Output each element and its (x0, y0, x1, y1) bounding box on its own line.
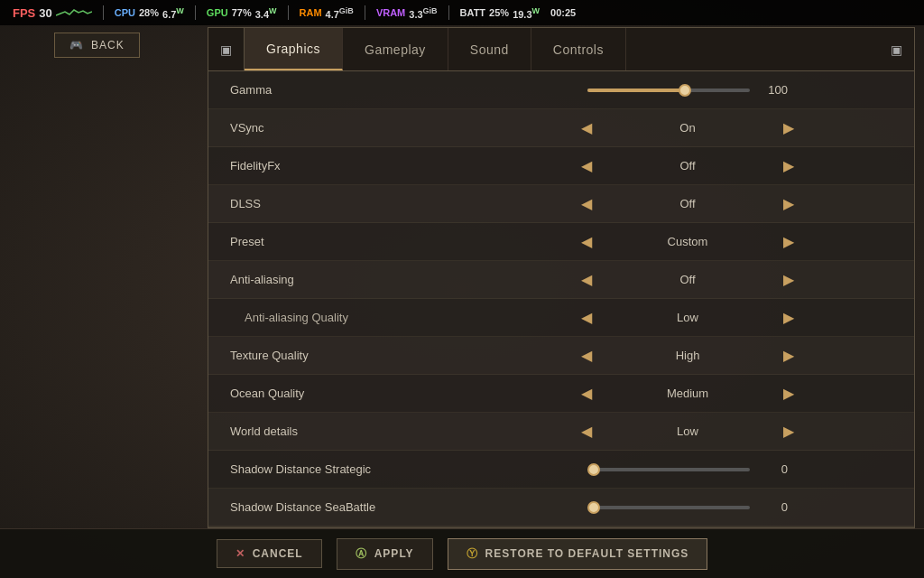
preset-arrow-control: ◀ Custom ▶ (570, 233, 805, 250)
tab-icon-right: ▣ (878, 28, 914, 70)
shadow-strategic-slider-track[interactable] (587, 468, 750, 471)
restore-label: RESTORE TO DEFAULT SETTINGS (485, 547, 689, 560)
texture-quality-control: ◀ High ▶ (479, 347, 896, 364)
dlss-arrow-control: ◀ Off ▶ (570, 195, 805, 212)
aa-quality-arrow-right[interactable]: ▶ (772, 309, 805, 326)
gpu-label: GPU (207, 7, 228, 18)
world-details-arrow-control: ◀ Low ▶ (570, 423, 805, 440)
vsync-arrow-control: ◀ On ▶ (570, 119, 805, 136)
shadow-strategic-label: Shadow Distance Strategic (226, 462, 479, 476)
gamma-control: 100 (479, 83, 896, 97)
texture-quality-arrow-left[interactable]: ◀ (570, 347, 603, 364)
setting-row-shadow-tactics: Shadow Distance Tactics 0 (208, 527, 914, 527)
vsync-arrow-right[interactable]: ▶ (772, 119, 805, 136)
dlss-value: Off (603, 197, 772, 210)
world-details-value: Low (603, 424, 772, 438)
fps-graph (56, 6, 92, 19)
shadow-strategic-slider-container: 0 (479, 462, 896, 476)
dlss-arrow-right[interactable]: ▶ (772, 195, 805, 212)
setting-row-ocean-quality: Ocean Quality ◀ Medium ▶ (208, 375, 914, 413)
setting-row-world-details: World details ◀ Low ▶ (208, 413, 914, 451)
shadow-seabattle-label: Shadow Distance SeaBattle (226, 500, 479, 514)
preset-control: ◀ Custom ▶ (479, 233, 896, 250)
anti-aliasing-arrow-left[interactable]: ◀ (570, 271, 603, 288)
batt-watts: 19.3W (513, 6, 540, 20)
clock: 00:25 (550, 7, 576, 18)
cpu-percent: 28% (139, 7, 159, 18)
tab-gameplay[interactable]: Gameplay (343, 28, 448, 70)
gamma-label: Gamma (226, 83, 479, 97)
tab-sound[interactable]: Sound (448, 28, 531, 70)
cancel-button[interactable]: ✕ CANCEL (217, 539, 322, 568)
ocean-quality-arrow-control: ◀ Medium ▶ (570, 385, 805, 402)
cancel-label: CANCEL (253, 547, 303, 560)
anti-aliasing-arrow-control: ◀ Off ▶ (570, 271, 805, 288)
anti-aliasing-arrow-right[interactable]: ▶ (772, 271, 805, 288)
tab-graphics[interactable]: Graphics (245, 28, 343, 70)
aa-quality-arrow-left[interactable]: ◀ (570, 309, 603, 326)
vram-value: 3.3GiB (409, 6, 437, 20)
settings-content: Gamma 100 VSync ◀ On ▶ (208, 71, 914, 527)
world-details-label: World details (226, 424, 479, 438)
divider (103, 5, 104, 20)
gpu-watts: 3.4W (255, 6, 277, 20)
ocean-quality-label: Ocean Quality (226, 387, 479, 400)
shadow-seabattle-slider-track[interactable] (587, 506, 750, 509)
preset-arrow-right[interactable]: ▶ (772, 233, 805, 250)
setting-row-shadow-seabattle: Shadow Distance SeaBattle 0 (208, 489, 914, 527)
setting-row-preset: Preset ◀ Custom ▶ (208, 223, 914, 261)
dlss-arrow-left[interactable]: ◀ (570, 195, 603, 212)
cancel-icon: ✕ (236, 547, 245, 560)
tab-controls[interactable]: Controls (531, 28, 626, 70)
aa-quality-control: ◀ Low ▶ (479, 309, 896, 326)
fidelityfx-arrow-right[interactable]: ▶ (772, 157, 805, 174)
anti-aliasing-control: ◀ Off ▶ (479, 271, 896, 288)
fidelityfx-value: Off (603, 159, 772, 172)
restore-button[interactable]: Ⓨ RESTORE TO DEFAULT SETTINGS (448, 538, 708, 570)
vsync-arrow-left[interactable]: ◀ (570, 119, 603, 136)
batt-percent: 25% (489, 7, 509, 18)
back-icon: 🎮 (69, 39, 84, 51)
gamma-slider-thumb[interactable] (679, 84, 691, 97)
ocean-quality-arrow-right[interactable]: ▶ (772, 385, 805, 402)
shadow-strategic-thumb[interactable] (587, 463, 600, 476)
ocean-quality-arrow-left[interactable]: ◀ (570, 385, 603, 402)
texture-quality-label: Texture Quality (226, 349, 479, 362)
gamma-slider-track[interactable] (587, 89, 750, 92)
divider (448, 5, 449, 20)
ocean-quality-control: ◀ Medium ▶ (479, 385, 896, 402)
fidelityfx-label: FidelityFx (226, 159, 479, 172)
setting-row-fidelityfx: FidelityFx ◀ Off ▶ (208, 147, 914, 185)
anti-aliasing-label: Anti-aliasing (226, 273, 479, 286)
world-details-control: ◀ Low ▶ (479, 423, 896, 440)
texture-quality-arrow-right[interactable]: ▶ (772, 347, 805, 364)
ocean-quality-value: Medium (603, 387, 772, 400)
apply-icon: Ⓐ (356, 546, 367, 562)
world-details-arrow-right[interactable]: ▶ (772, 423, 805, 440)
divider (288, 5, 289, 20)
setting-row-dlss: DLSS ◀ Off ▶ (208, 185, 914, 223)
dlss-control: ◀ Off ▶ (479, 195, 896, 212)
world-details-arrow-left[interactable]: ◀ (570, 423, 603, 440)
shadow-seabattle-thumb[interactable] (587, 501, 600, 514)
shadow-seabattle-control: 0 (479, 500, 896, 514)
preset-arrow-left[interactable]: ◀ (570, 233, 603, 250)
aa-quality-value: Low (603, 311, 772, 324)
gamma-value: 100 (761, 83, 788, 97)
hud-bar: FPS 30 CPU 28% 6.7W GPU 77% 3.4W RAM 4.7… (0, 0, 924, 25)
preset-value: Custom (603, 235, 772, 248)
aa-quality-arrow-control: ◀ Low ▶ (570, 309, 805, 326)
gamma-slider-container: 100 (479, 83, 896, 97)
texture-quality-arrow-control: ◀ High ▶ (570, 347, 805, 364)
action-bar: ✕ CANCEL Ⓐ APPLY Ⓨ RESTORE TO DEFAULT SE… (0, 528, 924, 578)
divider (365, 5, 365, 20)
gpu-percent: 77% (232, 7, 252, 18)
fidelityfx-control: ◀ Off ▶ (479, 157, 896, 174)
back-button[interactable]: 🎮 BACK (54, 33, 140, 58)
apply-button[interactable]: Ⓐ APPLY (337, 538, 433, 570)
fidelityfx-arrow-left[interactable]: ◀ (570, 157, 603, 174)
texture-quality-value: High (603, 349, 772, 362)
shadow-seabattle-value: 0 (761, 500, 788, 514)
shadow-seabattle-slider-container: 0 (479, 500, 896, 514)
aa-quality-label: Anti-aliasing Quality (226, 311, 479, 324)
